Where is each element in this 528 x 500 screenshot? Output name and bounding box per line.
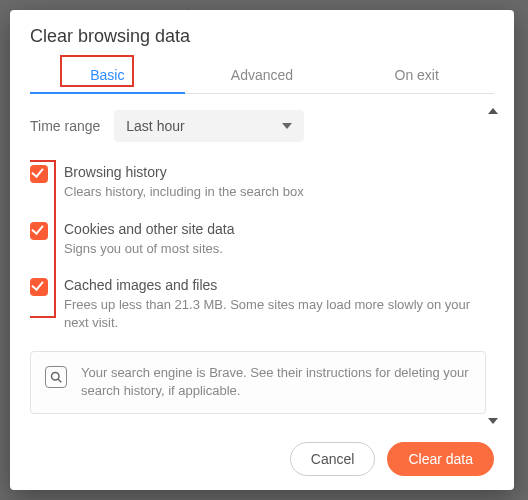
cancel-button[interactable]: Cancel: [290, 442, 376, 476]
dialog-footer: Cancel Clear data: [30, 430, 494, 476]
svg-line-1: [58, 379, 61, 382]
search-engine-info: Your search engine is Brave. See their i…: [30, 351, 486, 413]
time-range-value: Last hour: [126, 118, 184, 134]
scroll-down-icon[interactable]: [488, 418, 498, 424]
checkbox-cookies[interactable]: [30, 222, 48, 240]
dialog-title: Clear browsing data: [30, 26, 494, 47]
checkbox-group: Browsing history Clears history, includi…: [30, 164, 486, 331]
clear-data-button[interactable]: Clear data: [387, 442, 494, 476]
option-browsing-history: Browsing history Clears history, includi…: [30, 164, 486, 201]
search-icon: [45, 366, 67, 388]
time-range-label: Time range: [30, 118, 100, 134]
option-title: Cookies and other site data: [64, 221, 234, 237]
time-range-row: Time range Last hour: [30, 110, 486, 142]
checkbox-browsing-history[interactable]: [30, 165, 48, 183]
tab-on-exit[interactable]: On exit: [339, 59, 494, 93]
svg-point-0: [52, 373, 60, 381]
time-range-select[interactable]: Last hour: [114, 110, 304, 142]
option-title: Cached images and files: [64, 277, 486, 293]
option-desc: Clears history, including in the search …: [64, 183, 304, 201]
option-title: Browsing history: [64, 164, 304, 180]
dialog-content: Time range Last hour Browsing history Cl…: [30, 94, 494, 430]
dialog-tabs: Basic Advanced On exit: [30, 59, 494, 94]
option-cookies: Cookies and other site data Signs you ou…: [30, 221, 486, 258]
option-cached: Cached images and files Frees up less th…: [30, 277, 486, 331]
scroll-up-icon[interactable]: [488, 108, 498, 114]
option-desc: Signs you out of most sites.: [64, 240, 234, 258]
checkbox-cached[interactable]: [30, 278, 48, 296]
option-desc: Frees up less than 21.3 MB. Some sites m…: [64, 296, 486, 331]
tab-basic[interactable]: Basic: [30, 59, 185, 93]
clear-browsing-data-dialog: Clear browsing data Basic Advanced On ex…: [10, 10, 514, 490]
chevron-down-icon: [282, 123, 292, 129]
tab-advanced[interactable]: Advanced: [185, 59, 340, 93]
info-text: Your search engine is Brave. See their i…: [81, 364, 471, 400]
